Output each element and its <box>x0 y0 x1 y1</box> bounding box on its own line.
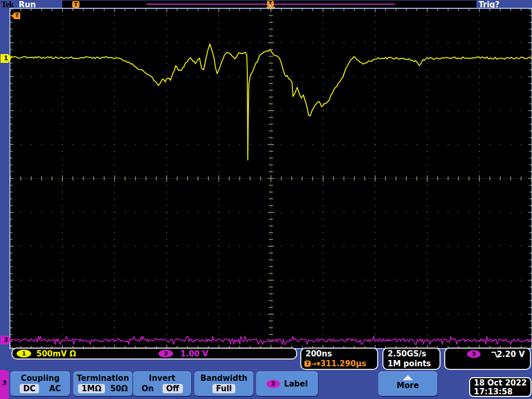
trigger-delay-readout: 311.290µs <box>321 359 366 368</box>
option-ac[interactable]: AC <box>49 384 61 393</box>
horizontal-readout-box[interactable]: 200ns T → ▼ 311.290µs <box>300 348 378 370</box>
trigger-level-readout: 2.20 V <box>497 350 525 359</box>
record-trigger-icon[interactable]: T <box>72 1 79 8</box>
softkey-title: Termination <box>73 371 132 383</box>
softkey-termination[interactable]: Termination 1MΩ 50Ω <box>73 371 132 396</box>
ch3-scale-readout: 1.00 V <box>180 349 208 358</box>
option-full[interactable]: Full <box>212 384 235 393</box>
softkey-coupling[interactable]: Coupling DC AC <box>10 371 70 396</box>
trigger-source-badge-icon: 3 <box>467 350 481 358</box>
ch3-badge-icon: 3 <box>158 350 173 357</box>
channel-readout-box[interactable]: 1 500mV Ω 3 1.00 V <box>11 348 297 360</box>
softkey-more[interactable]: More <box>378 371 437 396</box>
timebase-readout: 200ns <box>305 349 332 358</box>
softkey-label[interactable]: 3 Label <box>256 371 318 396</box>
softkey-invert[interactable]: Invert On Off <box>133 371 191 396</box>
triangle-down-icon: ▼ <box>316 361 321 367</box>
date-text: 18 Oct 2022 <box>474 378 530 388</box>
softkey-title: Label <box>284 379 308 389</box>
softkey-bandwidth[interactable]: Bandwidth Full <box>194 371 254 396</box>
softkey-title: Bandwidth <box>194 371 254 383</box>
option-on[interactable]: On <box>141 384 153 393</box>
menu-channel-tab: 3 <box>0 370 9 399</box>
arrow-right-icon: → <box>311 360 316 368</box>
ch1-badge-icon: 1 <box>17 350 31 357</box>
graticule <box>9 8 532 349</box>
time-text: 17:13:58 <box>474 388 530 396</box>
delay-trigger-icon: T <box>304 361 311 367</box>
option-50ohm[interactable]: 50Ω <box>110 384 128 393</box>
oscilloscope-screen: Tek Run T Trig? T T 1 3 1 500mV Ω 3 1.00… <box>0 0 532 399</box>
option-1mohm[interactable]: 1MΩ <box>78 384 105 393</box>
waveform-canvas <box>10 9 531 348</box>
ch1-scale-readout: 500mV Ω <box>36 349 76 358</box>
softkey-title: Invert <box>133 371 191 383</box>
option-off[interactable]: Off <box>163 384 183 393</box>
record-length-readout: 1M points <box>388 359 431 368</box>
acquisition-readout-box[interactable]: 2.50GS/s 1M points <box>382 348 441 370</box>
softkey-title: Coupling <box>10 371 70 383</box>
datetime-box: 18 Oct 2022 17:13:58 <box>469 377 531 397</box>
triangle-up-icon <box>403 375 413 380</box>
label-channel-badge-icon: 3 <box>267 380 280 388</box>
softkey-title: More <box>378 381 437 390</box>
trigger-readout-box[interactable]: 3 2.20 V <box>444 348 531 370</box>
option-dc[interactable]: DC <box>20 384 39 393</box>
sample-rate-readout: 2.50GS/s <box>388 349 427 358</box>
